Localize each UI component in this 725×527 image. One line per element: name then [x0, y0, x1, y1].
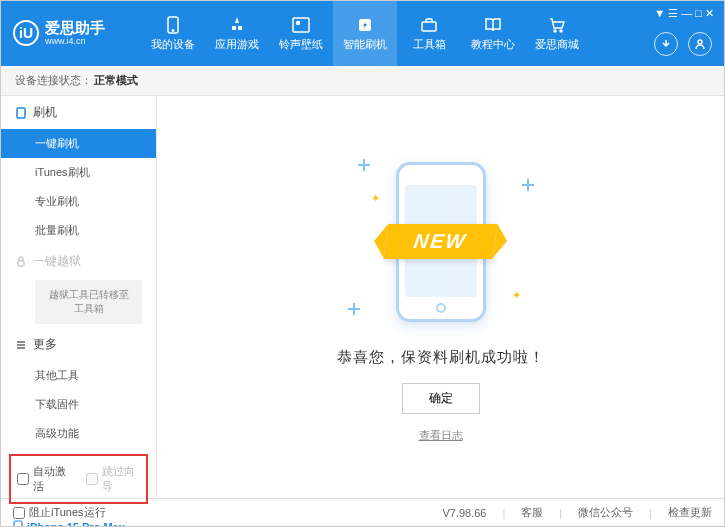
- skip-guide-checkbox[interactable]: 跳过向导: [86, 464, 141, 494]
- app-url: www.i4.cn: [45, 37, 105, 47]
- section-icon: [15, 107, 27, 119]
- nav-label: 爱思商城: [535, 37, 579, 52]
- svg-rect-10: [18, 261, 24, 266]
- nav-store[interactable]: 爱思商城: [525, 1, 589, 66]
- nav-flash[interactable]: 智能刷机: [333, 1, 397, 66]
- lock-icon: [15, 256, 27, 268]
- view-log-link[interactable]: 查看日志: [419, 428, 463, 443]
- auto-activate-checkbox[interactable]: 自动激活: [17, 464, 72, 494]
- version-label: V7.98.66: [442, 507, 486, 519]
- sidebar-item-oneclick[interactable]: 一键刷机: [1, 129, 156, 158]
- toolbox-icon: [419, 16, 439, 34]
- svg-point-6: [554, 30, 556, 32]
- section-title: 一键越狱: [33, 253, 81, 270]
- sidebar-item-pro[interactable]: 专业刷机: [1, 187, 156, 216]
- more-icon: [15, 339, 27, 351]
- status-label: 设备连接状态：: [15, 73, 92, 88]
- success-message: 恭喜您，保资料刷机成功啦！: [337, 348, 545, 367]
- top-nav: 我的设备 应用游戏 铃声壁纸 智能刷机 工具箱 教程中心 爱思商城: [141, 1, 589, 66]
- nav-label: 智能刷机: [343, 37, 387, 52]
- nav-apps[interactable]: 应用游戏: [205, 1, 269, 66]
- nav-my-device[interactable]: 我的设备: [141, 1, 205, 66]
- section-title: 刷机: [33, 104, 57, 121]
- options-box: 自动激活 跳过向导: [9, 454, 148, 504]
- sidebar-section-more[interactable]: 更多: [1, 328, 156, 361]
- nav-tutorials[interactable]: 教程中心: [461, 1, 525, 66]
- svg-rect-9: [17, 108, 25, 118]
- nav-label: 铃声壁纸: [279, 37, 323, 52]
- nav-label: 工具箱: [413, 37, 446, 52]
- svg-rect-11: [14, 521, 22, 527]
- block-itunes-checkbox[interactable]: 阻止iTunes运行: [13, 505, 106, 520]
- confirm-button[interactable]: 确定: [402, 383, 480, 414]
- logo: iU 爱思助手 www.i4.cn: [13, 20, 141, 46]
- download-button[interactable]: [654, 32, 678, 56]
- logo-icon: iU: [13, 20, 39, 46]
- status-bar: 设备连接状态： 正常模式: [1, 66, 724, 96]
- sidebar-item-advanced[interactable]: 高级功能: [1, 419, 156, 448]
- nav-label: 我的设备: [151, 37, 195, 52]
- device-name-text: iPhone 15 Pro Max: [27, 521, 125, 527]
- main-content: ✦ ✦ NEW 恭喜您，保资料刷机成功啦！ 确定 查看日志: [157, 96, 724, 498]
- footer-wechat[interactable]: 微信公众号: [578, 505, 633, 520]
- user-button[interactable]: [688, 32, 712, 56]
- nav-ringtones[interactable]: 铃声壁纸: [269, 1, 333, 66]
- cart-icon: [547, 16, 567, 34]
- svg-point-7: [560, 30, 562, 32]
- phone-icon: [163, 16, 183, 34]
- sidebar-item-itunes[interactable]: iTunes刷机: [1, 158, 156, 187]
- svg-rect-2: [293, 18, 309, 32]
- sidebar-section-flash[interactable]: 刷机: [1, 96, 156, 129]
- section-title: 更多: [33, 336, 57, 353]
- app-title: 爱思助手: [45, 20, 105, 37]
- book-icon: [483, 16, 503, 34]
- apps-icon: [227, 16, 247, 34]
- svg-point-3: [297, 21, 300, 24]
- image-icon: [291, 16, 311, 34]
- sidebar-item-firmware[interactable]: 下载固件: [1, 390, 156, 419]
- footer-update[interactable]: 检查更新: [668, 505, 712, 520]
- status-value: 正常模式: [94, 73, 138, 88]
- device-icon: [13, 520, 23, 527]
- sidebar-item-other[interactable]: 其他工具: [1, 361, 156, 390]
- svg-rect-5: [422, 22, 436, 31]
- svg-point-8: [698, 40, 702, 44]
- footer-support[interactable]: 客服: [521, 505, 543, 520]
- sidebar-item-batch[interactable]: 批量刷机: [1, 216, 156, 245]
- sidebar: 刷机 一键刷机 iTunes刷机 专业刷机 批量刷机 一键越狱 越狱工具已转移至…: [1, 96, 157, 498]
- nav-label: 教程中心: [471, 37, 515, 52]
- svg-point-1: [172, 29, 174, 31]
- jailbreak-note: 越狱工具已转移至工具箱: [35, 280, 142, 324]
- app-header: iU 爱思助手 www.i4.cn 我的设备 应用游戏 铃声壁纸 智能刷机 工具…: [1, 1, 724, 66]
- success-illustration: ✦ ✦ NEW: [341, 152, 541, 332]
- nav-label: 应用游戏: [215, 37, 259, 52]
- nav-toolbox[interactable]: 工具箱: [397, 1, 461, 66]
- flash-icon: [355, 16, 375, 34]
- sidebar-section-jailbreak: 一键越狱: [1, 245, 156, 278]
- new-ribbon: NEW: [384, 224, 498, 259]
- window-controls[interactable]: ▼ ☰ — □ ✕: [654, 7, 714, 20]
